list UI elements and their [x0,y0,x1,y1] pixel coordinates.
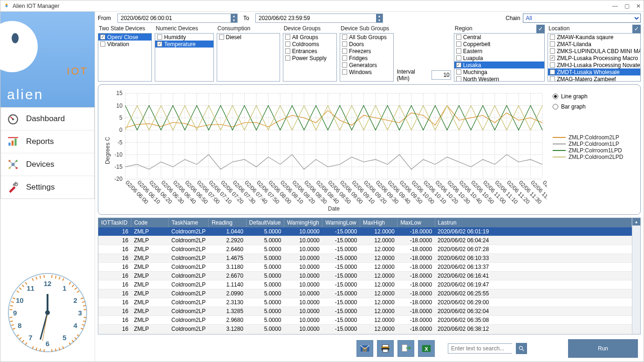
list-item[interactable]: ✓Open/ Close [98,34,151,41]
list-item[interactable]: Freezers [340,48,393,55]
export-button[interactable] [397,340,414,357]
table-row[interactable]: 16ZMLPColdroom2LP1.32855.000010.0000-15.… [98,307,632,316]
list-item[interactable]: Coldrooms [283,41,336,48]
checkbox-icon[interactable] [100,41,105,47]
checkbox-icon[interactable]: ✓ [100,34,105,40]
checkbox-icon[interactable]: ✓ [550,55,555,61]
nav-devices[interactable]: Devices [1,153,94,176]
bar-graph-radio[interactable]: Bar graph [553,103,637,110]
spin-up-icon[interactable]: ▲ [231,14,237,18]
table-row[interactable]: 16ZMLPColdroom2LP1.04405.000010.0000-15.… [98,227,632,236]
maximize-button[interactable]: ▢ [624,3,630,9]
checkbox-icon[interactable]: ✓ [157,41,162,47]
checkbox-icon[interactable] [285,48,290,54]
list-item[interactable]: ZMAW-Kaunda sqaure [548,34,640,41]
search-box[interactable]: ▾ [448,343,512,354]
list-item[interactable]: Eastern [454,48,544,55]
list-item[interactable]: ZMAG-Matero Zambeef [548,75,640,82]
column-header[interactable]: WarningLow [322,218,360,227]
checkbox-icon[interactable] [550,69,555,75]
to-datetime-field[interactable] [256,14,376,22]
spin-down-icon[interactable]: ▼ [231,18,237,22]
list-item[interactable]: ZMAT-Lilanda [548,41,640,48]
numeric-listbox[interactable]: Humidity✓Temperature [155,33,213,82]
list-item[interactable]: Diesel [217,34,280,41]
column-header[interactable]: Reading [209,218,246,227]
list-item[interactable]: ✓Temperature [155,41,213,48]
list-item[interactable]: Windows [340,68,393,75]
region-listbox[interactable]: CentralCopperbeltEasternLuapula✓LusakaMu… [454,33,545,82]
list-item[interactable]: Central [454,34,544,41]
list-item[interactable]: All Sub Groups [340,34,393,41]
checkbox-icon[interactable] [157,34,162,40]
checkbox-icon[interactable] [456,41,461,47]
search-input[interactable] [448,344,524,353]
from-datetime-input[interactable]: ▲▼ [117,14,238,23]
checkbox-icon[interactable] [456,76,461,82]
list-item[interactable]: ZMHJ-Lusaka Processing Novatek [548,61,640,68]
minimize-button[interactable]: — [612,3,618,9]
checkbox-icon[interactable] [550,41,555,47]
checkbox-icon[interactable] [456,48,461,54]
checkbox-icon[interactable] [456,69,461,75]
column-header[interactable]: IOTTaskID [98,218,131,227]
nav-dashboard[interactable]: Dashboard [1,108,94,130]
chain-select[interactable]: All [523,14,641,23]
list-item[interactable]: North Western [454,75,544,82]
email-button[interactable]: @ [356,340,373,357]
nav-settings[interactable]: Settings [1,176,94,198]
checkbox-icon[interactable] [550,48,555,54]
checkbox-icon[interactable] [285,34,290,40]
list-item[interactable]: ✓Lusaka [454,61,544,68]
table-row[interactable]: 16ZMLPColdroom2LP3.12805.000010.0000-15.… [98,325,632,334]
checkbox-icon[interactable] [342,62,347,68]
list-item[interactable]: Entrances [283,48,336,55]
search-button[interactable] [516,343,527,354]
checkbox-icon[interactable] [342,55,347,61]
location-listbox[interactable]: ZMAW-Kaunda sqaureZMAT-LilandaZMKS-LUPIN… [548,33,641,82]
table-row[interactable]: 16ZMLPColdroom2LP1.11405.000010.0000-15.… [98,280,632,289]
spin-down-icon[interactable]: ▼ [376,18,383,22]
excel-button[interactable]: X [418,340,435,357]
checkbox-icon[interactable] [456,55,461,61]
grid-scrollbar[interactable]: ▲ [632,218,640,334]
list-item[interactable]: ZMDT-Lusaka Wholesale [548,68,640,75]
list-item[interactable]: ✓ZMLP-Lusaka Processing Macro [548,55,640,61]
list-item[interactable]: Vibration [98,41,151,48]
table-row[interactable]: 16ZMLPColdroom2LP1.46755.000010.0000-15.… [98,254,632,263]
checkbox-icon[interactable] [550,76,555,82]
column-header[interactable]: TaskName [169,218,209,227]
to-datetime-input[interactable]: ▲▼ [255,14,383,23]
checkbox-icon[interactable] [285,41,290,47]
consumption-listbox[interactable]: Diesel [217,33,280,82]
interval-input[interactable] [432,70,451,80]
spin-up-icon[interactable]: ▲ [376,14,383,18]
table-row[interactable]: 16ZMLPColdroom2LP3.11805.000010.0000-15.… [98,263,632,272]
checkbox-icon[interactable] [342,41,347,47]
list-item[interactable]: All Groups [283,34,336,41]
list-item[interactable]: Generators [340,61,393,68]
column-header[interactable]: WarningHigh [284,218,322,227]
region-checkall-button[interactable]: ✓ [536,25,545,33]
table-row[interactable]: 16ZMLPColdroom2LP2.66705.000010.0000-15.… [98,272,632,280]
list-item[interactable]: Humidity [155,34,213,41]
device-subgroups-listbox[interactable]: All Sub GroupsDoorsFreezersFridgesGenera… [340,33,394,82]
list-item[interactable]: Muchinga [454,68,544,75]
checkbox-icon[interactable] [219,34,224,40]
column-header[interactable]: DefaultValue [246,218,284,227]
list-item[interactable]: Luapula [454,55,544,61]
run-button[interactable]: Run [568,339,638,358]
table-row[interactable]: 16ZMLPColdroom2LP2.96805.000010.0000-15.… [98,316,632,325]
column-header[interactable]: MaxLow [397,218,435,227]
list-item[interactable]: Copperbelt [454,41,544,48]
table-row[interactable]: 16ZMLPColdroom2LP2.31305.000010.0000-15.… [98,298,632,307]
from-datetime-field[interactable] [118,14,231,22]
checkbox-icon[interactable] [342,69,347,75]
device-groups-listbox[interactable]: All GroupsColdroomsEntrancesPower Supply [283,33,337,82]
table-row[interactable]: 16ZMLPColdroom2LP2.64605.000010.0000-15.… [98,245,632,254]
checkbox-icon[interactable] [550,62,555,68]
table-row[interactable]: 16ZMLPColdroom2LP2.09905.000010.0000-15.… [98,289,632,298]
two-state-listbox[interactable]: ✓Open/ CloseVibration [98,33,152,82]
checkbox-icon[interactable] [550,34,555,40]
column-header[interactable]: Lastrun [435,218,631,227]
